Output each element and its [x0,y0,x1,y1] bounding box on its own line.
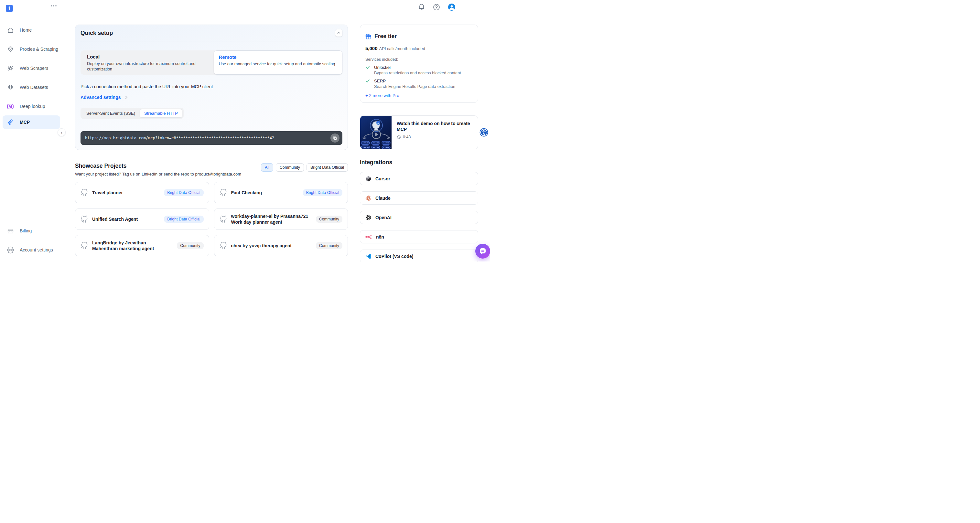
sidebar-item-label: Web Scrapers [20,66,48,71]
video-thumbnail: AI [360,116,391,149]
svg-text:AI: AI [377,122,379,124]
github-icon [81,242,88,250]
deploy-options: Local Deploy on your own infrastructure … [81,51,342,75]
claude-logo [365,195,372,201]
mcp-url-block: https://mcp.brightdata.com/mcp?token=e8*… [81,131,342,145]
showcase-filters: All Community Bright Data Official [261,163,348,172]
chat-widget-button[interactable] [475,244,490,259]
project-card-chex[interactable]: chex by yuviji therapy agent Community [214,235,348,256]
sidebar-item-proxies-scraping[interactable]: Proxies & Scraping [0,42,63,56]
deploy-option-remote[interactable]: Remote Use our managed service for quick… [214,51,342,75]
integration-label: Claude [375,196,391,201]
showcase-section: Showcase Projects Want your project list… [75,162,348,256]
openai-logo [365,214,372,221]
sidebar-item-account-settings[interactable]: Account settings [0,243,63,257]
project-badge: Bright Data Official [164,216,204,223]
quick-setup-card: Quick setup Local Deploy on your own inf… [75,25,348,150]
integrations-title: Integrations [360,159,478,166]
demo-video-card[interactable]: AI Watch this demo on how to create MCP [360,115,478,149]
help-icon[interactable] [433,3,441,11]
showcase-title: Showcase Projects [75,162,241,169]
filter-all[interactable]: All [261,163,273,172]
service-description: Search Engine Results Page data extracti… [374,84,473,89]
project-title: chex by yuviji therapy agent [231,243,312,249]
chat-bubble-icon [479,247,487,255]
sidebar-item-label: Account settings [20,247,53,253]
remote-option-description: Use our managed service for quick setup … [219,61,336,67]
ai-badge-icon: AI [6,102,14,110]
connection-method-tabs: Server-Sent Events (SSE) Streamable HTTP [81,108,184,119]
check-icon [365,65,370,70]
api-calls-line: 5,000API calls/month included [365,46,473,51]
project-card-unified-search-agent[interactable]: Unified Search Agent Bright Data Officia… [75,208,209,230]
sidebar-item-billing[interactable]: Billing [0,224,63,238]
layers-icon [6,83,14,91]
project-card-workday-planner-ai[interactable]: workday-planner-ai by Prasanna721 Work d… [214,208,348,230]
quick-setup-collapse-button[interactable] [335,29,342,37]
sidebar-collapse-button[interactable]: ‹ [57,128,66,137]
video-duration: 0:43 [403,135,410,139]
sidebar-item-web-scrapers[interactable]: Web Scrapers [0,61,63,75]
github-icon [81,216,88,223]
sidebar-item-home[interactable]: Home [0,23,63,37]
github-icon [220,189,227,197]
tab-streamable-http[interactable]: Streamable HTTP [140,109,182,118]
integration-label: OpenAI [375,215,391,220]
sidebar-item-label: Deep lookup [20,104,45,109]
project-badge: Community [316,216,342,223]
accessibility-widget-button[interactable] [479,128,488,137]
integration-n8n[interactable]: n8n [360,230,478,243]
clock-icon [397,135,401,139]
sidebar: i Home Proxies & Scraping Web Scrapers W… [0,0,63,262]
service-unlocker: Unlocker Bypass restrictions and access … [365,65,473,75]
project-badge: Bright Data Official [164,189,204,196]
n8n-logo [365,234,372,240]
integration-label: Cursor [375,176,390,181]
advanced-settings-link[interactable]: Advanced settings [81,95,128,100]
notifications-bell-icon[interactable] [418,3,425,11]
filter-bright-data-official[interactable]: Bright Data Official [307,163,348,172]
github-icon [220,242,227,250]
sidebar-item-label: Billing [20,228,32,234]
integration-claude[interactable]: Claude [360,191,478,205]
remote-option-title: Remote [219,54,336,60]
project-badge: Community [316,242,342,249]
integration-cursor[interactable]: Cursor [360,172,478,185]
github-icon [81,189,88,197]
project-card-fact-checking[interactable]: Fact Checking Bright Data Official [214,182,348,203]
sidebar-item-mcp[interactable]: MCP [3,115,60,129]
project-title: Fact Checking [231,190,299,196]
more-with-pro-link[interactable]: + 2 more with Pro [365,93,399,98]
project-title: Unified Search Agent [92,216,160,222]
spider-icon [6,64,14,72]
gift-icon [365,33,371,40]
integration-openai[interactable]: OpenAI [360,211,478,224]
service-name: SERP [374,79,386,83]
quick-setup-header: Quick setup [81,25,342,41]
chevron-right-icon [124,95,128,100]
sidebar-item-web-datasets[interactable]: Web Datasets [0,81,63,94]
filter-community[interactable]: Community [276,163,304,172]
free-tier-card: Free tier 5,000API calls/month included … [360,25,478,103]
project-card-travel-planner[interactable]: Travel planner Bright Data Official [75,182,209,203]
sidebar-item-deep-lookup[interactable]: AI Deep lookup [0,100,63,113]
project-card-langbridge[interactable]: LangBridge by Jeevithan Mahenthran marke… [75,235,209,256]
free-tier-title: Free tier [374,33,397,40]
quick-setup-title: Quick setup [81,30,113,37]
brightdata-logo[interactable]: i [6,5,13,12]
copy-url-button[interactable] [331,134,339,143]
local-option-description: Deploy on your own infrastructure for ma… [87,61,208,72]
cursor-logo [365,175,372,182]
project-badge: Bright Data Official [303,189,342,196]
sidebar-overflow-menu[interactable] [51,5,57,6]
check-icon [365,79,370,83]
user-avatar[interactable] [448,3,455,11]
linkedin-link[interactable]: LinkedIn [142,172,158,176]
sidebar-item-label: Home [20,27,32,33]
location-pin-icon [6,45,14,53]
integration-copilot-vscode[interactable]: CoPilot (VS code) [360,250,478,262]
tab-sse[interactable]: Server-Sent Events (SSE) [82,109,140,118]
deploy-option-local[interactable]: Local Deploy on your own infrastructure … [81,51,214,75]
integration-label: CoPilot (VS code) [375,254,413,259]
connection-instruction: Pick a connection method and paste the U… [81,84,342,89]
